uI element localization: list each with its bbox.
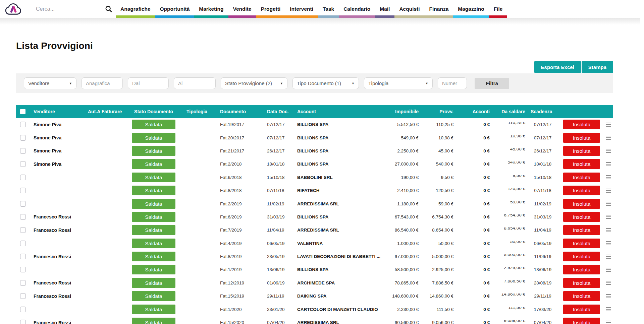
acconti-cell: 0 € [454,201,490,206]
row-checkbox[interactable] [20,201,26,207]
column-header-documento[interactable]: Documento [217,109,264,114]
table-row[interactable]: Simone PivaSaldataFat.20/201707/12/17BIL… [16,131,613,144]
tipo-documento-select[interactable]: Tipo Documento (1) ▼ [292,77,359,89]
table-row[interactable]: Simone PivaSaldataFat.21/201726/12/17BIL… [16,144,613,157]
tipologia-select[interactable]: Tipologia ▼ [364,77,433,89]
numero-input[interactable] [438,77,467,89]
column-header-imponibile[interactable]: Imponibile [382,109,419,114]
row-menu-button[interactable] [606,255,611,259]
row-menu-button[interactable] [606,175,611,179]
search-input[interactable] [36,6,86,12]
row-menu-button[interactable] [606,268,611,272]
table-row[interactable]: Francesco RossiSaldataFat.7/201911/04/19… [16,223,613,237]
table-row[interactable]: SaldataFat.8/201807/11/18RIFATECH2.410,0… [16,184,613,197]
column-header-stato-documento[interactable]: Stato Documento [130,109,177,114]
filtra-button[interactable]: Filtra [475,78,509,89]
column-header-data-doc[interactable]: Data Doc. [264,109,295,114]
row-menu-button[interactable] [606,136,611,140]
nav-item-magazzino[interactable]: Magazzino [453,0,489,18]
nav-item-anagrafiche[interactable]: Anagrafiche [116,0,155,18]
table-row[interactable]: SaldataFat.1/201913/06/19BILLIONS SPA58.… [16,263,613,276]
nav-item-vendite[interactable]: Vendite [228,0,256,18]
table-row[interactable]: SaldataFat.6/201815/10/18BABBOLINI SRL19… [16,171,613,184]
row-checkbox[interactable] [20,267,26,272]
nav-item-task[interactable]: Task [318,0,339,18]
row-checkbox[interactable] [20,280,26,286]
table-row[interactable]: Simone PivaSaldataFat.19/201707/12/17BIL… [16,118,613,131]
row-checkbox[interactable] [20,293,26,299]
print-button[interactable]: Stampa [582,61,613,73]
row-checkbox[interactable] [20,227,26,233]
imponibile-cell: 1.180,00 € [382,201,419,206]
acconti-cell: 0 € [454,228,490,233]
row-menu-button[interactable] [606,149,611,153]
nav-item-label: Acquisti [399,6,420,12]
row-checkbox[interactable] [20,214,26,220]
column-header-scadenza[interactable]: Scadenza [526,109,559,114]
row-menu-button[interactable] [606,215,611,219]
row-checkbox[interactable] [20,122,26,127]
stato-provvigione-select[interactable]: Stato Provvigione (2) ▼ [221,77,287,89]
table-row[interactable]: Francesco RossiSaldataFat.12/201901/09/1… [16,276,613,289]
row-menu-button[interactable] [606,321,611,324]
nav-item-finanza[interactable]: Finanza [425,0,453,18]
nav-item-marketing[interactable]: Marketing [194,0,228,18]
row-menu-button[interactable] [606,202,611,206]
column-header-aut-a-fatturare[interactable]: Aut.A Fatturare [84,109,130,114]
nav-item-calendario[interactable]: Calendario [339,0,375,18]
row-menu-button[interactable] [606,241,611,245]
row-checkbox[interactable] [20,254,26,259]
row-checkbox[interactable] [20,320,26,324]
column-header-account[interactable]: Account [295,109,382,114]
row-menu-button[interactable] [606,189,611,193]
nav-item-opportunit[interactable]: Opportunità [155,0,195,18]
column-header-venditore[interactable]: Venditore [30,109,84,114]
nav-item-file[interactable]: File [489,0,507,18]
venditore-select[interactable]: Venditore ▼ [24,77,76,89]
account-cell: ARREDISSIMA SRL [295,320,382,324]
nav-item-mail[interactable]: Mail [375,0,394,18]
table-row[interactable]: Simone PivaSaldataFat.2/201818/01/18BILL… [16,157,613,171]
row-menu-button[interactable] [606,307,611,311]
column-header-da-saldare[interactable]: Da saldare [490,109,526,114]
export-excel-button[interactable]: Esporta Excel [534,61,581,73]
row-checkbox[interactable] [20,161,26,167]
column-header-provv[interactable]: Provv. [419,109,454,114]
nav-item-acquisti[interactable]: Acquisti [394,0,424,18]
row-checkbox[interactable] [20,188,26,193]
anagrafica-input[interactable] [82,77,123,89]
table-row[interactable]: Francesco RossiSaldataFat.15/202007/04/2… [16,316,613,324]
row-menu-button[interactable] [606,294,611,298]
row-checkbox[interactable] [20,307,26,312]
row-checkbox[interactable] [20,241,26,246]
checkbox-cell [16,122,30,127]
row-menu-button[interactable] [606,162,611,166]
table-row[interactable]: Francesco RossiSaldataFat.8/201923/05/19… [16,250,613,263]
row-checkbox[interactable] [20,135,26,141]
date-from-input[interactable] [128,77,169,89]
app-logo[interactable] [0,0,27,18]
search-icon[interactable] [105,5,112,13]
row-checkbox[interactable] [20,175,26,180]
column-header-acconti[interactable]: Acconti [454,109,490,114]
row-checkbox[interactable] [20,148,26,154]
table-row[interactable]: SaldataFat.4/201906/05/19VALENTINA1.000,… [16,237,613,250]
nav-item-interventi[interactable]: Interventi [285,0,318,18]
column-header-tipologia[interactable]: Tipologia [177,109,217,114]
provv-cell: 2.925,00 € [419,267,454,272]
imponibile-cell: 190,00 € [382,175,419,180]
date-to-input[interactable] [174,77,216,89]
table-row[interactable]: Francesco RossiSaldataFat.15/201929/11/1… [16,289,613,303]
nav-item-label: Marketing [199,6,223,12]
table-row[interactable]: SaldataFat.2/201911/02/19ARREDISSIMA SRL… [16,197,613,210]
stato-documento-cell: Saldata [130,318,177,324]
da-saldare-value: 14.860,00 € [501,294,525,297]
nav-item-progetti[interactable]: Progetti [256,0,285,18]
row-menu-button[interactable] [606,228,611,232]
table-row[interactable]: SaldataFat.1/202023/01/20CARTCOLOR DI MA… [16,303,613,316]
row-menu-button[interactable] [606,281,611,285]
select-all-checkbox[interactable] [20,109,25,114]
row-menu-button[interactable] [606,123,611,127]
table-row[interactable]: Francesco RossiSaldataFat.6/201931/03/19… [16,210,613,223]
vertical-scrollbar[interactable] [640,0,644,324]
